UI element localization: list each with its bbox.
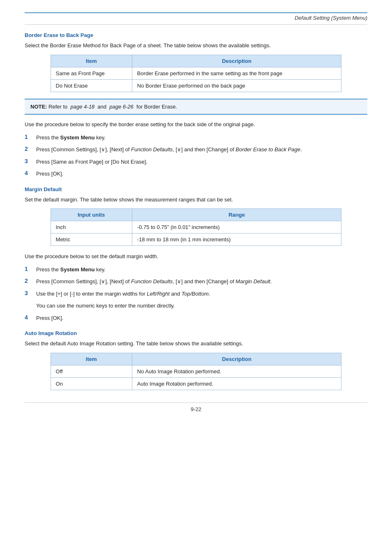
page: Default Setting (System Menu) Border Era… [0, 0, 392, 555]
step-1: 1 Press the System Menu key. [25, 134, 367, 142]
step-num-3: 3 [25, 158, 36, 164]
section-heading-border-erase: Border Erase to Back Page [25, 32, 367, 38]
auto-rotation-table: Item Description Off No Auto Image Rotat… [51, 353, 342, 390]
margin-table: Input units Range Inch -0.75 to 0.75" (i… [51, 208, 342, 246]
margin-step-3-sub: You can use the numeric keys to enter th… [25, 302, 367, 310]
margin-step-text-2: Press [Common Settings], [∨], [Next] of … [36, 278, 367, 286]
table-row: Metric -18 mm to 18 mm (in 1 mm incremen… [51, 234, 341, 246]
step-3: 3 Press [Same as Front Page] or [Do Not … [25, 158, 367, 166]
margin-step-text-3: Use the [+] or [-] to enter the margin w… [36, 290, 367, 298]
section-auto-image-rotation: Auto Image Rotation Select the default A… [25, 330, 367, 390]
margin-row1-desc: -0.75 to 0.75" (in 0.01" increments) [132, 221, 341, 234]
section-border-erase: Border Erase to Back Page Select the Bor… [25, 32, 367, 178]
step-text-2: Press [Common Settings], [∨], [Next] of … [36, 146, 367, 154]
step-num-2: 2 [25, 146, 36, 152]
margin-step-text-1: Press the System Menu key. [36, 266, 367, 274]
auto-rotation-row1-item: Off [51, 365, 132, 377]
table-row: Do Not Erase No Border Erase performed o… [51, 79, 341, 92]
step-num-4: 4 [25, 170, 36, 176]
margin-step-num-2: 2 [25, 278, 36, 284]
border-erase-col2: Description [132, 55, 341, 67]
step-2: 2 Press [Common Settings], [∨], [Next] o… [25, 146, 367, 154]
procedure-intro-margin: Use the procedure below to set the defau… [25, 252, 367, 261]
section-intro-border-erase: Select the Border Erase Method for Back … [25, 42, 367, 50]
section-margin-default: Margin Default Set the default margin. T… [25, 186, 367, 322]
auto-rotation-row2-desc: Auto Image Rotation performed. [132, 377, 341, 390]
note-text: Refer to page 4-18 and page 6-26 for Bor… [48, 104, 177, 110]
border-erase-row1-desc: Border Erase performed in the same setti… [132, 67, 341, 79]
margin-step-text-4: Press [OK]. [36, 314, 367, 322]
steps-margin: 1 Press the System Menu key. 2 Press [Co… [25, 266, 367, 322]
border-erase-table: Item Description Same as Front Page Bord… [51, 55, 342, 92]
table-row: Inch -0.75 to 0.75" (in 0.01" increments… [51, 221, 341, 234]
auto-rotation-col2: Description [132, 353, 341, 365]
section-intro-auto-rotation: Select the default Auto Image Rotation s… [25, 340, 367, 348]
margin-col1: Input units [51, 209, 132, 221]
margin-step-1: 1 Press the System Menu key. [25, 266, 367, 274]
margin-step-num-1: 1 [25, 266, 36, 272]
margin-step-2: 2 Press [Common Settings], [∨], [Next] o… [25, 278, 367, 286]
margin-col2: Range [132, 209, 341, 221]
border-erase-row2-desc: No Border Erase performed on the back pa… [132, 79, 341, 92]
step-text-4: Press [OK]. [36, 170, 367, 178]
steps-border-erase: 1 Press the System Menu key. 2 Press [Co… [25, 134, 367, 178]
table-row: Same as Front Page Border Erase performe… [51, 67, 341, 79]
procedure-intro-border-erase: Use the procedure below to specify the b… [25, 120, 367, 129]
auto-rotation-row2-item: On [51, 377, 132, 390]
section-heading-auto-rotation: Auto Image Rotation [25, 330, 367, 336]
step-4: 4 Press [OK]. [25, 170, 367, 178]
section-heading-margin: Margin Default [25, 186, 367, 192]
margin-step-4: 4 Press [OK]. [25, 314, 367, 322]
footer: 9-22 [25, 402, 367, 412]
section-intro-margin: Set the default margin. The table below … [25, 196, 367, 204]
note-box: NOTE: Refer to page 4-18 and page 6-26 f… [25, 99, 367, 115]
margin-row2-desc: -18 mm to 18 mm (in 1 mm increments) [132, 234, 341, 246]
auto-rotation-col1: Item [51, 353, 132, 365]
header-title: Default Setting (System Menu) [295, 15, 367, 21]
table-row: Off No Auto Image Rotation performed. [51, 365, 341, 377]
margin-row2-item: Metric [51, 234, 132, 246]
note-label: NOTE: [30, 104, 47, 110]
margin-step-num-4: 4 [25, 314, 36, 321]
table-row: On Auto Image Rotation performed. [51, 377, 341, 390]
border-erase-row1-item: Same as Front Page [51, 67, 132, 79]
border-erase-col1: Item [51, 55, 132, 67]
step-text-1: Press the System Menu key. [36, 134, 367, 142]
margin-step-num-3: 3 [25, 290, 36, 296]
border-erase-row2-item: Do Not Erase [51, 79, 132, 92]
page-number: 9-22 [191, 406, 201, 412]
step-num-1: 1 [25, 134, 36, 140]
margin-step-3: 3 Use the [+] or [-] to enter the margin… [25, 290, 367, 298]
step-text-3: Press [Same as Front Page] or [Do Not Er… [36, 158, 367, 166]
auto-rotation-row1-desc: No Auto Image Rotation performed. [132, 365, 341, 377]
margin-row1-item: Inch [51, 221, 132, 234]
header: Default Setting (System Menu) [25, 13, 367, 25]
